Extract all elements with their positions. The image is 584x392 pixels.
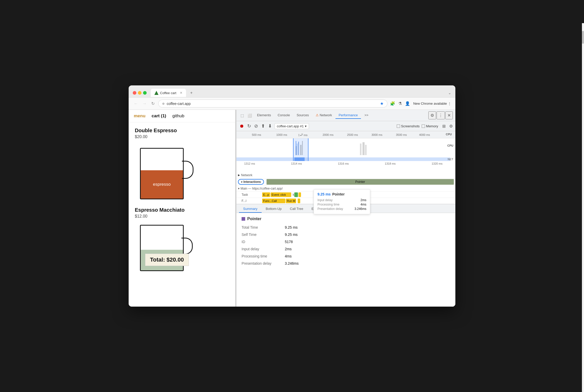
record-button[interactable]: ⏺ [239,123,245,129]
nav-github-link[interactable]: github [172,113,184,119]
extension-icon[interactable]: 🧩 [390,101,395,106]
reload-button[interactable]: ↻ [150,101,156,106]
website-panel: menu cart (1) github Double Espresso $20… [129,110,235,307]
product2-price: $12.00 [135,214,229,219]
tooltip-input-delay-row: Input delay 2ms [317,198,366,202]
flamechart-area: ▶ Network ▾ Interactions Pointer [236,172,455,307]
tab-sources[interactable]: Sources [294,112,312,119]
summary-self-time-label: Self Time [242,233,283,237]
active-tab[interactable]: Coffee cart ✕ [151,89,186,97]
k-label: k [293,193,294,197]
product2-name: Espresso Macchiato [135,207,229,213]
btab-bottom-up[interactable]: Bottom-Up [262,205,286,213]
interactions-flamechart-row: ▾ Interactions Pointer 9.25 ms Pointer [236,179,455,185]
memory-checkbox-box[interactable] [422,124,425,128]
yellow-sub-bar[interactable] [298,199,300,203]
back-button[interactable]: ← [133,101,139,106]
network-warning-icon: ⚠ [316,113,319,117]
summary-total-time-value: 9.25 ms [285,225,298,229]
site-nav: menu cart (1) github [129,110,235,122]
network-expand-icon[interactable]: ▶ [238,174,240,176]
summary-total-time-label: Total Time [242,225,283,229]
zoom-tick-1318: 1318 ms [385,162,396,165]
close-button[interactable] [133,91,136,95]
more-options-icon[interactable]: ⋮ [448,102,451,105]
tab-console[interactable]: Console [275,112,293,119]
tab-close-button[interactable]: ✕ [180,91,182,95]
more-tabs-button[interactable]: >> [361,112,371,119]
screenshots-checkbox-box[interactable] [397,124,400,128]
address-bar: ← → ↻ ⊕ coffee-cart.app ★ 🧩 ⚗ 👤 New Chro… [129,97,455,110]
cpu-chart [236,138,455,156]
user-icon[interactable]: 👤 [405,101,410,106]
nav-menu-link[interactable]: menu [134,113,145,119]
tab-title: Coffee cart [160,91,176,95]
network-flamechart-row: ▶ Network [236,172,455,179]
inspect-element-button[interactable]: ⬚ [239,112,245,119]
bookmark-icon[interactable]: ★ [380,101,384,106]
tick-3000ms: 3000 ms [371,133,382,136]
more-options-devtools[interactable]: ⋮ [437,111,445,119]
summary-presentation-value: 3.246ms [285,261,299,265]
screenshots-checkbox[interactable]: Screenshots [397,124,420,128]
zoom-tick-1314: 1314 ms [291,162,302,165]
event-click-bar-full[interactable]: Event: click [271,192,291,197]
beaker-icon[interactable]: ⚗ [398,101,402,106]
yellow-task-bar[interactable] [298,192,301,197]
nav-cart-link[interactable]: cart (1) [152,113,166,119]
tooltip-type: Pointer [332,192,344,196]
new-chrome-button[interactable]: New Chrome available ⋮ [413,102,451,105]
func-call-bar[interactable]: Func...Call [262,199,285,203]
tab-menu-button[interactable]: ⌄ [448,91,451,95]
main-row-label: Main — https://coffee-cart.app/ [241,187,283,190]
timeline-selection[interactable] [293,138,308,161]
green-task-bar[interactable] [294,192,298,197]
event-click-bar[interactable]: E...p [262,192,270,197]
upload-button[interactable]: ⬆ [261,123,266,129]
clear-button[interactable]: ⊘ [254,123,259,129]
download-button[interactable]: ⬇ [268,123,272,129]
tick-1ms: 1 ||| ms [298,133,307,137]
summary-total-time-row: Total Time 9.25 ms [242,225,450,229]
close-devtools-button[interactable]: ✕ [445,111,453,119]
interactions-collapse-icon[interactable]: ▾ [241,181,242,183]
main-row-collapse-icon[interactable]: ▾ [238,187,240,190]
summary-presentation-row: Presentation delay 3.246ms [242,261,450,265]
tab-elements[interactable]: Elements [254,112,274,119]
minimize-button[interactable] [138,91,141,95]
tooltip-processing-row: Processing time 4ms [317,203,366,206]
capture-settings-icon[interactable]: ⊞ [442,124,446,129]
tab-favicon [154,91,158,95]
svg-rect-4 [360,144,361,155]
tab-network[interactable]: ⚠ Network [313,112,335,119]
summary-input-delay-value: 2ms [285,247,291,251]
btab-call-tree[interactable]: Call Tree [286,205,307,213]
cpu-label: CPU [446,133,452,136]
tick-2500ms: 2500 ms [347,133,358,136]
cup-handle-2 [181,238,193,254]
summary-presentation-label: Presentation delay [242,261,283,265]
forward-button[interactable]: → [141,101,148,106]
target-dropdown-icon: ▾ [305,124,307,128]
recording-bar: ⏺ ↻ ⊘ ⬆ ⬇ coffee-cart.app #1 ▾ Screensho… [236,121,455,131]
tick-4000ms: 4000 ms [419,133,430,136]
performance-settings-icon[interactable]: ⚙ [449,124,453,129]
device-toolbar-button[interactable]: ⬜ [246,112,253,119]
interactions-highlight[interactable]: ▾ Interactions [238,179,264,185]
cup-handle-1 [182,161,193,179]
target-select[interactable]: coffee-cart.app #1 ▾ [275,123,309,129]
memory-checkbox[interactable]: Memory [422,124,438,128]
pointer-bar[interactable]: Pointer [267,179,454,185]
cup-body-1: espresso [140,148,184,199]
address-input[interactable]: ⊕ coffee-cart.app ★ [158,100,387,108]
reload-record-button[interactable]: ↻ [247,123,252,129]
run-m-bar[interactable]: Run M [286,199,296,203]
summary-panel: Pointer Total Time 9.25 ms Self Time 9.2… [236,213,455,307]
tab-performance[interactable]: Performance [335,112,361,119]
settings-button[interactable]: ⚙ [428,111,436,119]
timeline-body[interactable]: 1312 ms 1314 ms 1316 ms 1318 ms 1320 ms … [236,138,455,172]
btab-summary[interactable]: Summary [239,205,262,213]
maximize-button[interactable] [143,91,147,95]
summary-id-label: ID [242,240,283,244]
new-tab-button[interactable]: + [188,88,194,97]
